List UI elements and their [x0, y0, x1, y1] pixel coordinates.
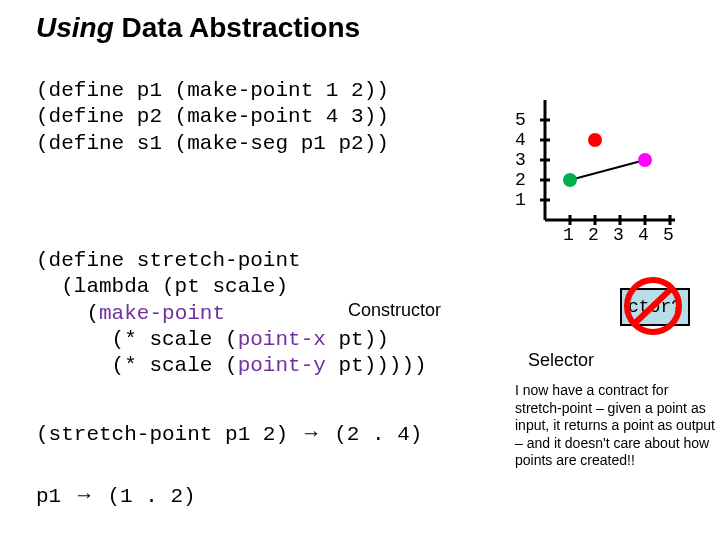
ytick-2: 2 [515, 170, 526, 190]
ytick-4: 4 [515, 130, 526, 150]
point-stretched [588, 133, 602, 147]
title-italic: Using [36, 12, 114, 43]
title-rest: Data Abstractions [114, 12, 360, 43]
arrow-icon: → [74, 483, 95, 506]
xtick-1: 1 [563, 225, 574, 245]
xtick-5: 5 [663, 225, 674, 245]
svg-line-14 [634, 288, 672, 324]
xtick-4: 4 [638, 225, 649, 245]
constructor-label: Constructor [348, 300, 441, 321]
point-p2 [638, 153, 652, 167]
page-title: Using Data Abstractions [36, 12, 360, 44]
arrow-icon: → [301, 421, 322, 444]
xtick-3: 3 [613, 225, 624, 245]
coordinate-chart: 5 4 3 2 1 1 2 3 4 5 [510, 85, 680, 250]
xtick-2: 2 [588, 225, 599, 245]
contract-note: I now have a contract for stretch-point … [515, 382, 715, 470]
point-p1 [563, 173, 577, 187]
ytick-1: 1 [515, 190, 526, 210]
selector-y: point-y [238, 354, 326, 377]
selector-x: point-x [238, 328, 326, 351]
code-call-1: (stretch-point p1 2) → (2 . 4) [36, 420, 422, 448]
constructor-name: make-point [99, 302, 225, 325]
ytick-5: 5 [515, 110, 526, 130]
ytick-3: 3 [515, 150, 526, 170]
selector-label: Selector [528, 350, 594, 371]
svg-line-12 [570, 160, 645, 180]
code-call-2: p1 → (1 . 2) [36, 482, 196, 510]
code-defines: (define p1 (make-point 1 2)) (define p2 … [36, 78, 389, 157]
prohibition-icon [608, 276, 698, 336]
